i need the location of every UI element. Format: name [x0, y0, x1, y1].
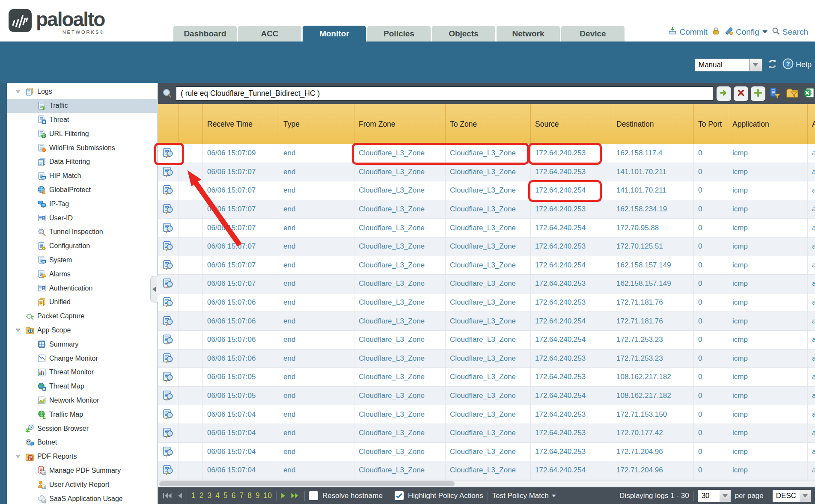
- per-page-select[interactable]: 30: [698, 490, 731, 502]
- log-detail-icon[interactable]: [163, 353, 174, 364]
- page-number[interactable]: 2: [199, 491, 204, 500]
- cell-to-zone[interactable]: Cloudflare_L3_Zone: [446, 200, 531, 219]
- cell-action[interactable]: a: [808, 237, 815, 256]
- cell-from-zone[interactable]: Cloudflare_L3_Zone: [354, 405, 446, 424]
- cell-application[interactable]: icmp: [728, 275, 808, 293]
- log-detail-icon[interactable]: [163, 465, 174, 476]
- cell-to-port[interactable]: 0: [694, 387, 728, 405]
- cell-to-port[interactable]: 0: [694, 200, 728, 219]
- cell-from-zone[interactable]: Cloudflare_L3_Zone: [354, 312, 446, 330]
- log-detail-icon[interactable]: [163, 334, 174, 345]
- resolve-hostname-checkbox[interactable]: [309, 491, 318, 500]
- config-button[interactable]: Config: [724, 26, 767, 38]
- sidebar-item-tunnel-inspection[interactable]: Tunnel Inspection: [7, 225, 157, 239]
- cell-action[interactable]: a: [808, 200, 815, 219]
- cell-application[interactable]: icmp: [728, 294, 808, 312]
- cell-action[interactable]: a: [808, 387, 815, 405]
- cell-action[interactable]: a: [808, 219, 815, 237]
- cell-type[interactable]: end: [279, 312, 354, 330]
- cell-destination[interactable]: 141.101.70.211: [612, 181, 694, 200]
- cell-to-port[interactable]: 0: [694, 237, 728, 256]
- cell-application[interactable]: icmp: [728, 424, 808, 442]
- cell-application[interactable]: icmp: [728, 368, 808, 386]
- cell-type[interactable]: end: [279, 144, 354, 163]
- table-row[interactable]: 06/06 15:07:06endCloudflare_L3_ZoneCloud…: [158, 331, 815, 350]
- cell-to-port[interactable]: 0: [694, 256, 728, 275]
- cell-application[interactable]: icmp: [728, 163, 808, 181]
- cell-destination[interactable]: 162.158.117.4: [612, 144, 694, 163]
- cell-receive-time[interactable]: 06/06 15:07:04: [203, 461, 279, 480]
- expander-icon[interactable]: [15, 89, 25, 94]
- cell-from-zone[interactable]: Cloudflare_L3_Zone: [354, 331, 446, 349]
- sidebar-item-packet-capture[interactable]: Packet Capture: [7, 309, 157, 323]
- cell-source[interactable]: 172.64.240.253: [531, 144, 612, 163]
- sidebar-item-network-monitor[interactable]: Network Monitor: [7, 394, 157, 408]
- log-detail-icon[interactable]: [163, 409, 174, 420]
- log-detail-icon[interactable]: [163, 222, 174, 234]
- cell-from-zone[interactable]: Cloudflare_L3_Zone: [354, 424, 446, 442]
- sidebar-item-hip-match[interactable]: HIP Match: [7, 169, 157, 183]
- cell-receive-time[interactable]: 06/06 15:07:05: [203, 368, 279, 386]
- log-detail-icon[interactable]: [163, 316, 174, 327]
- cell-detail[interactable]: [158, 200, 179, 219]
- cell-source[interactable]: 172.64.240.254: [531, 256, 612, 275]
- tab-acc[interactable]: ACC: [238, 26, 301, 42]
- horizontal-scrollbar[interactable]: [158, 480, 815, 487]
- log-detail-icon[interactable]: [163, 241, 174, 252]
- cell-type[interactable]: end: [279, 368, 354, 386]
- cell-source[interactable]: 172.64.240.253: [531, 163, 612, 181]
- cell-action[interactable]: a: [808, 443, 815, 461]
- cell-type[interactable]: end: [279, 256, 354, 275]
- cell-destination[interactable]: 172.71.253.23: [612, 331, 694, 349]
- log-detail-icon[interactable]: [163, 427, 174, 439]
- cell-to-port[interactable]: 0: [694, 424, 728, 442]
- cell-type[interactable]: end: [279, 405, 354, 424]
- cell-action[interactable]: a: [808, 256, 815, 275]
- cell-detail[interactable]: [158, 144, 179, 163]
- cell-to-port[interactable]: 0: [694, 368, 728, 386]
- cell-action[interactable]: a: [808, 275, 815, 293]
- cell-action[interactable]: a: [808, 163, 815, 181]
- tab-dashboard[interactable]: Dashboard: [173, 26, 237, 42]
- cell-action[interactable]: a: [808, 405, 815, 424]
- sidebar-item-user-id[interactable]: User-ID: [7, 211, 157, 225]
- refresh-icon[interactable]: [767, 58, 778, 71]
- column-application[interactable]: Application: [728, 104, 808, 144]
- cell-receive-time[interactable]: 06/06 15:07:07: [203, 163, 279, 181]
- cell-to-zone[interactable]: Cloudflare_L3_Zone: [446, 294, 531, 312]
- cell-from-zone[interactable]: Cloudflare_L3_Zone: [354, 256, 446, 275]
- search-button[interactable]: Search: [771, 27, 808, 38]
- cell-to-zone[interactable]: Cloudflare_L3_Zone: [446, 461, 531, 480]
- cell-receive-time[interactable]: 06/06 15:07:07: [203, 181, 279, 200]
- sidebar-item-wildfire-submissions[interactable]: WildFire Submissions: [7, 141, 157, 155]
- sidebar-item-session-browser[interactable]: Session Browser: [7, 421, 157, 436]
- cell-destination[interactable]: 162.158.234.19: [612, 200, 694, 219]
- table-row[interactable]: 06/06 15:07:07endCloudflare_L3_ZoneCloud…: [158, 256, 815, 275]
- cell-type[interactable]: end: [279, 331, 354, 349]
- sidebar-item-threat-monitor[interactable]: Threat Monitor: [7, 365, 157, 379]
- cell-source[interactable]: 172.64.240.254: [531, 181, 612, 200]
- cell-to-port[interactable]: 0: [694, 144, 728, 163]
- cell-source[interactable]: 172.64.240.254: [531, 387, 612, 405]
- cell-type[interactable]: end: [279, 294, 354, 312]
- cell-destination[interactable]: 162.158.157.149: [612, 256, 694, 275]
- sidebar-item-change-monitor[interactable]: Change Monitor: [7, 351, 157, 365]
- page-number[interactable]: 1: [191, 491, 196, 500]
- cell-destination[interactable]: 172.70.177.42: [612, 424, 694, 442]
- cell-to-port[interactable]: 0: [694, 219, 728, 237]
- cell-source[interactable]: 172.64.240.254: [531, 331, 612, 349]
- sidebar-item-configuration[interactable]: Configuration: [7, 239, 157, 253]
- cell-destination[interactable]: 108.162.217.182: [612, 368, 694, 386]
- cell-from-zone[interactable]: Cloudflare_L3_Zone: [354, 387, 446, 405]
- cell-from-zone[interactable]: Cloudflare_L3_Zone: [354, 368, 446, 386]
- cell-detail[interactable]: [158, 275, 179, 293]
- page-number[interactable]: 8: [247, 491, 252, 500]
- apply-filter-button[interactable]: [717, 86, 731, 101]
- page-number[interactable]: 10: [264, 491, 272, 500]
- cell-from-zone[interactable]: Cloudflare_L3_Zone: [354, 163, 446, 181]
- cell-receive-time[interactable]: 06/06 15:07:07: [203, 275, 279, 293]
- cell-destination[interactable]: 172.71.204.96: [612, 443, 694, 461]
- sidebar-item-saas-application-usage[interactable]: SaaS Application Usage: [7, 492, 157, 504]
- cell-source[interactable]: 172.64.240.253: [531, 424, 612, 442]
- cell-application[interactable]: icmp: [728, 350, 808, 368]
